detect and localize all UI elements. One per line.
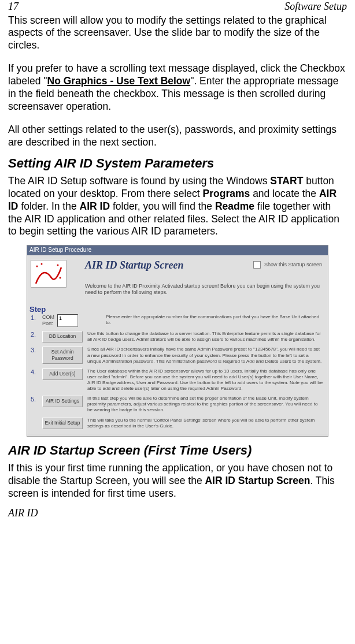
app-logo [31, 260, 66, 288]
show-startup-label: Show this Startup screen [264, 262, 322, 267]
air-id-settings-button[interactable]: AIR ID Settings [42, 396, 83, 407]
step-row: 1. COM Port: 1 Please enter the appropri… [31, 314, 323, 327]
step-desc: Please enter the appropriate number for … [106, 314, 323, 326]
exit-initial-setup-button[interactable]: Exit Initial Setup [42, 418, 83, 429]
step-num: 3. [31, 347, 42, 355]
section-title: Software Setup [284, 0, 347, 13]
paragraph-4: The AIR ID Setup software is found by us… [8, 175, 347, 238]
footer-product-name: AIR ID [8, 507, 347, 520]
startup-screen-image: AIR ID Setup Procedure AIR ID Startup Sc… [27, 245, 328, 437]
p4-d: and locate the [250, 188, 319, 199]
db-location-button[interactable]: DB Location [42, 331, 83, 343]
step-row: 5. AIR ID Settings In this last step you… [31, 396, 323, 413]
logo-icon [31, 260, 66, 287]
svg-point-2 [57, 264, 59, 266]
com-port-label: COM Port: [42, 314, 57, 327]
show-startup-checkbox[interactable] [253, 261, 261, 269]
p5-b1: AIR ID Startup Screen [205, 475, 310, 486]
heading-system-parameters: Setting AIR ID System Parameters [8, 155, 347, 172]
p4-b5: Readme [215, 200, 254, 212]
paragraph-1: This screen will allow you to modify the… [8, 14, 347, 53]
com-port-input[interactable]: 1 [57, 314, 78, 327]
intro-text: Welcome to the AIR ID Proximity Activate… [85, 283, 322, 296]
paragraph-3: All other settings related to the user(s… [8, 124, 347, 149]
window-body: AIR ID Startup Screen Show this Startup … [27, 255, 328, 434]
step-num: 1. [31, 314, 42, 322]
steps-container: 1. COM Port: 1 Please enter the appropri… [31, 314, 323, 433]
step-row: 4. Add User(s) The User database within … [31, 368, 323, 392]
step-row: 2. DB Location Use this button to change… [31, 331, 323, 343]
step-num: 4. [31, 368, 42, 377]
step-num: 5. [31, 396, 42, 404]
step-desc: This will take you to the normal 'Contro… [87, 418, 323, 429]
p4-b1: START [270, 175, 303, 187]
paragraph-2: If you prefer to have a scrolling text m… [8, 62, 347, 113]
step-label: Step [29, 305, 46, 314]
p4-f: folder, you will find the [110, 200, 215, 212]
step-desc: In this last step you will be able to de… [87, 396, 323, 413]
p4-a: The AIR ID Setup software is found by us… [8, 175, 270, 187]
show-startup-checkbox-row: Show this Startup screen [253, 261, 322, 269]
window-titlebar: AIR ID Setup Procedure [27, 245, 328, 255]
svg-point-1 [41, 263, 43, 265]
p4-b2: Programs [203, 188, 250, 199]
p4-e: folder. In the [19, 200, 80, 212]
step-desc: The User database within the AIR ID scre… [87, 368, 323, 392]
p2-bold: No Graphics - Use Text Below [47, 75, 191, 87]
set-admin-password-button[interactable]: Set Admin Password [42, 347, 83, 363]
page-number: 17 [8, 0, 19, 13]
p4-b4: AIR ID [80, 200, 110, 212]
step-row: 3. Set Admin Password Since all AIR ID s… [31, 347, 323, 364]
paragraph-5: If this is your first time running the a… [8, 462, 347, 500]
panel-title: AIR ID Startup Screen [85, 259, 184, 272]
step-row: Exit Initial Setup This will take you to… [31, 418, 323, 429]
heading-startup-screen: AIR ID Startup Screen (First Time Users) [8, 442, 347, 459]
svg-point-3 [60, 277, 61, 278]
page-header: 17 Software Setup [8, 0, 347, 13]
add-users-button[interactable]: Add User(s) [42, 368, 83, 380]
step-num: 2. [31, 331, 42, 339]
step-desc: Since all AIR ID screensavers initially … [87, 347, 323, 364]
step-desc: Use this button to change the database t… [87, 331, 323, 343]
svg-point-0 [36, 265, 38, 267]
